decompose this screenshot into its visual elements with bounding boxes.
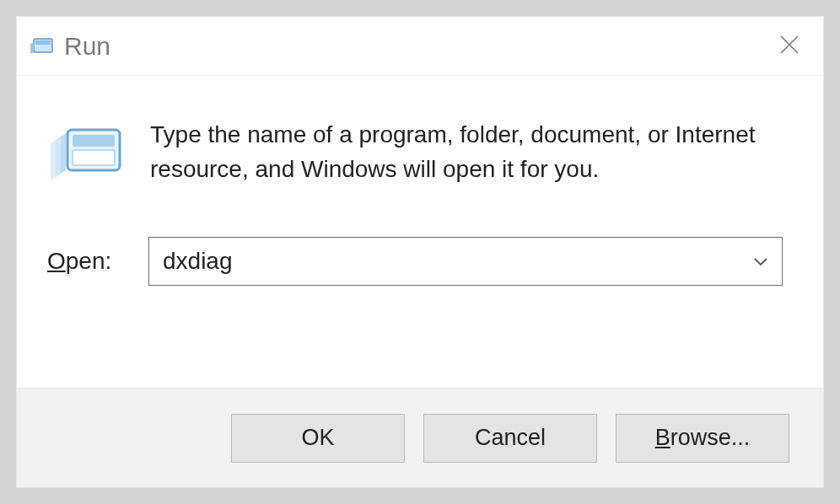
cancel-button[interactable]: Cancel (423, 414, 597, 463)
browse-button-label: Browse... (655, 425, 751, 451)
chevron-down-icon (751, 252, 770, 271)
titlebar: Run (17, 17, 823, 76)
run-dialog: Run Type the name of a program, folder, … (17, 17, 823, 487)
cancel-button-label: Cancel (475, 425, 546, 451)
ok-button[interactable]: OK (231, 414, 405, 463)
svg-rect-1 (35, 40, 51, 45)
close-button[interactable] (771, 28, 808, 65)
dialog-body: Type the name of a program, folder, docu… (17, 76, 823, 388)
run-program-icon (47, 121, 125, 182)
close-icon (778, 34, 800, 59)
description-row: Type the name of a program, folder, docu… (47, 118, 783, 186)
dialog-description: Type the name of a program, folder, docu… (150, 118, 757, 186)
open-label: Open: (47, 248, 125, 275)
open-input-value: dxdiag (163, 248, 751, 275)
run-titlebar-icon (30, 35, 56, 57)
dialog-footer: OK Cancel Browse... (17, 388, 823, 487)
open-combobox[interactable]: dxdiag (148, 237, 783, 286)
svg-rect-4 (73, 150, 115, 165)
ok-button-label: OK (301, 425, 334, 451)
open-row: Open: dxdiag (47, 237, 783, 286)
svg-rect-3 (73, 135, 115, 147)
dialog-title: Run (64, 32, 771, 61)
browse-button[interactable]: Browse... (616, 414, 789, 463)
